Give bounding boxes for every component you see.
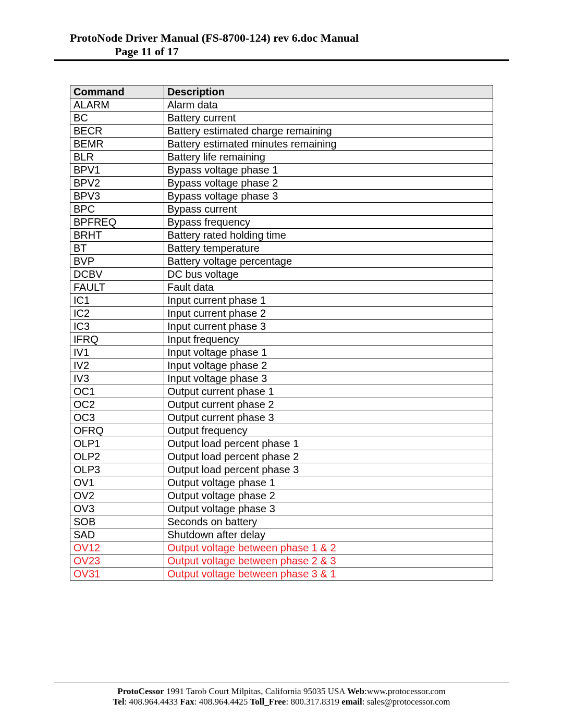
cell-description: Output load percent phase 1 xyxy=(164,437,493,450)
table-row: IV1Input voltage phase 1 xyxy=(70,346,493,359)
cell-description: Seconds on battery xyxy=(164,515,493,528)
cell-description: Battery rated holding time xyxy=(164,229,493,242)
table-row: BECRBattery estimated charge remaining xyxy=(70,125,493,138)
cell-description: Output load percent phase 2 xyxy=(164,450,493,463)
cell-command: FAULT xyxy=(70,281,164,294)
cell-description: Output voltage between phase 3 & 1 xyxy=(164,567,493,581)
cell-description: Battery temperature xyxy=(164,242,493,255)
table-row: IV3Input voltage phase 3 xyxy=(70,372,493,385)
cell-description: Bypass voltage phase 3 xyxy=(164,190,493,203)
cell-description: Output voltage between phase 2 & 3 xyxy=(164,554,493,567)
table-row: BPFREQBypass frequency xyxy=(70,216,493,229)
cell-description: Output voltage between phase 1 & 2 xyxy=(164,541,493,554)
table-row: BVPBattery voltage percentage xyxy=(70,255,493,268)
table-row: BPCBypass current xyxy=(70,203,493,216)
cell-command: OLP2 xyxy=(70,450,164,463)
table-row: IC3Input current phase 3 xyxy=(70,320,493,333)
cell-description: Bypass frequency xyxy=(164,216,493,229)
table-row: DCBVDC bus voltage xyxy=(70,268,493,281)
table-row: IC2Input current phase 2 xyxy=(70,307,493,320)
cell-command: ALARM xyxy=(70,98,164,112)
table-row: BTBattery temperature xyxy=(70,242,493,255)
col-header-command: Command xyxy=(70,85,164,98)
footer-email-label: email xyxy=(341,697,362,707)
command-table: Command Description ALARMAlarm dataBCBat… xyxy=(70,85,493,581)
cell-command: BPV2 xyxy=(70,177,164,190)
table-row: OC2Output current phase 2 xyxy=(70,398,493,411)
cell-description: Shutdown after delay xyxy=(164,528,493,541)
table-row: BCBattery current xyxy=(70,112,493,125)
footer-fax-value: : 408.964.4425 xyxy=(194,697,250,707)
table-row: OLP1Output load percent phase 1 xyxy=(70,437,493,450)
table-row: OV23Output voltage between phase 2 & 3 xyxy=(70,554,493,567)
table-row: OLP3Output load percent phase 3 xyxy=(70,463,493,476)
cell-command: BT xyxy=(70,242,164,255)
table-row: OV1Output voltage phase 1 xyxy=(70,476,493,489)
table-row: OC1Output current phase 1 xyxy=(70,385,493,398)
table-row: BLRBattery life remaining xyxy=(70,151,493,164)
command-table-wrap: Command Description ALARMAlarm dataBCBat… xyxy=(54,85,509,581)
cell-command: OC3 xyxy=(70,411,164,424)
cell-command: IV3 xyxy=(70,372,164,385)
cell-command: IC3 xyxy=(70,320,164,333)
cell-command: OC1 xyxy=(70,385,164,398)
cell-description: Battery voltage percentage xyxy=(164,255,493,268)
table-header-row: Command Description xyxy=(70,85,493,98)
cell-command: DCBV xyxy=(70,268,164,281)
cell-command: BPV1 xyxy=(70,164,164,177)
cell-description: Battery estimated minutes remaining xyxy=(164,138,493,151)
cell-description: Output current phase 3 xyxy=(164,411,493,424)
cell-command: IFRQ xyxy=(70,333,164,346)
table-row: BRHTBattery rated holding time xyxy=(70,229,493,242)
cell-description: Input current phase 1 xyxy=(164,294,493,307)
cell-command: OV23 xyxy=(70,554,164,567)
header-rule xyxy=(54,59,509,61)
footer-rule xyxy=(54,683,509,683)
cell-description: Bypass voltage phase 1 xyxy=(164,164,493,177)
table-row: OV12Output voltage between phase 1 & 2 xyxy=(70,541,493,554)
cell-description: Bypass current xyxy=(164,203,493,216)
cell-description: Output voltage phase 2 xyxy=(164,489,493,502)
cell-description: Input voltage phase 1 xyxy=(164,346,493,359)
cell-description: Output voltage phase 1 xyxy=(164,476,493,489)
cell-description: Bypass voltage phase 2 xyxy=(164,177,493,190)
footer-address: 1991 Tarob Court Milpitas, California 95… xyxy=(164,686,347,696)
document-title: ProtoNode Driver Manual (FS-8700-124) re… xyxy=(54,31,509,45)
cell-description: Input voltage phase 3 xyxy=(164,372,493,385)
cell-description: Output frequency xyxy=(164,424,493,437)
table-row: SADShutdown after delay xyxy=(70,528,493,541)
table-row: OC3Output current phase 3 xyxy=(70,411,493,424)
cell-description: Battery current xyxy=(164,112,493,125)
cell-command: OV3 xyxy=(70,502,164,515)
cell-command: OV12 xyxy=(70,541,164,554)
cell-command: IC2 xyxy=(70,307,164,320)
cell-description: DC bus voltage xyxy=(164,268,493,281)
cell-description: Output load percent phase 3 xyxy=(164,463,493,476)
cell-command: OFRQ xyxy=(70,424,164,437)
page-footer: ProtoCessor 1991 Tarob Court Milpitas, C… xyxy=(54,683,509,707)
table-row: IC1Input current phase 1 xyxy=(70,294,493,307)
cell-command: OV31 xyxy=(70,567,164,581)
cell-description: Battery estimated charge remaining xyxy=(164,125,493,138)
cell-description: Alarm data xyxy=(164,98,493,112)
cell-command: BLR xyxy=(70,151,164,164)
footer-line-2: Tel: 408.964.4433 Fax: 408.964.4425 Toll… xyxy=(54,697,509,707)
cell-command: OV1 xyxy=(70,476,164,489)
table-row: OLP2Output load percent phase 2 xyxy=(70,450,493,463)
footer-web-label: Web xyxy=(347,686,364,696)
table-row: SOBSeconds on battery xyxy=(70,515,493,528)
table-row: OFRQOutput frequency xyxy=(70,424,493,437)
footer-company: ProtoCessor xyxy=(117,686,164,696)
footer-tel-label: Tel xyxy=(113,697,125,707)
table-row: BEMRBattery estimated minutes remaining xyxy=(70,138,493,151)
footer-web-value: :www.protocessor.com xyxy=(364,686,446,696)
document-page: ProtoNode Driver Manual (FS-8700-124) re… xyxy=(0,0,563,728)
cell-command: BPV3 xyxy=(70,190,164,203)
footer-tel-value: : 408.964.4433 xyxy=(125,697,180,707)
table-row: FAULTFault data xyxy=(70,281,493,294)
cell-command: IV1 xyxy=(70,346,164,359)
table-row: OV2Output voltage phase 2 xyxy=(70,489,493,502)
cell-command: OV2 xyxy=(70,489,164,502)
footer-email-value: : sales@protocessor.com xyxy=(362,697,450,707)
table-row: ALARMAlarm data xyxy=(70,98,493,112)
